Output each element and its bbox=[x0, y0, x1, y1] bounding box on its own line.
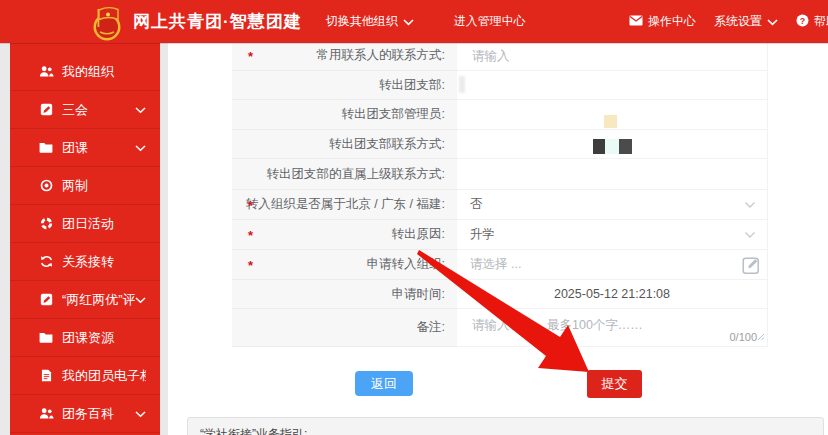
question-circle-icon: ? bbox=[796, 14, 809, 30]
guide-box: “学社衔接”业务指引: bbox=[187, 417, 824, 435]
envelope-icon bbox=[629, 15, 643, 29]
sidebar-item-relation-transfer[interactable]: 关系接转 bbox=[10, 243, 160, 281]
chevron-down-icon bbox=[744, 198, 756, 212]
field-label: 备注: bbox=[417, 319, 445, 336]
sidebar-item-label: 两制 bbox=[62, 177, 146, 195]
recycle-icon bbox=[38, 217, 54, 230]
folder-icon bbox=[38, 332, 54, 343]
help-label: 帮助 bbox=[814, 13, 828, 30]
sidebar-item-league-day-activity[interactable]: 团日活动 bbox=[10, 205, 160, 243]
required-marker: * bbox=[248, 49, 253, 64]
target-organization-picker[interactable]: 请选择 ... bbox=[457, 250, 768, 280]
action-center-link[interactable]: 操作中心 bbox=[629, 13, 696, 30]
sidebar-nav: 我的组织 三会 团课 两制 bbox=[10, 43, 160, 435]
chevron-down-icon bbox=[135, 406, 146, 421]
redacted-value bbox=[604, 115, 617, 128]
sidebar-item-label: 团务百科 bbox=[62, 405, 135, 423]
transfer-reason-select[interactable]: 升学 bbox=[457, 220, 768, 250]
form-row-out-branch-admin: 转出团支部管理员: bbox=[232, 100, 768, 130]
required-marker: * bbox=[248, 258, 253, 273]
form-row-remarks: 备注: 0/100 bbox=[232, 309, 768, 347]
sidebar-item-label: 团课 bbox=[62, 139, 135, 157]
chevron-down-icon bbox=[403, 15, 414, 29]
users-icon bbox=[38, 407, 54, 420]
chevron-down-icon bbox=[135, 292, 146, 307]
sidebar-item-label: “两红两优”评选 bbox=[62, 291, 135, 309]
form-row-contact-method: * 常用联系人的联系方式: bbox=[232, 41, 768, 71]
sidebar-item-league-wiki[interactable]: 团务百科 bbox=[10, 395, 160, 433]
svg-text:?: ? bbox=[800, 15, 806, 25]
sidebar-item-label: 团课资源 bbox=[62, 329, 146, 347]
sidebar-item-three-meetings[interactable]: 三会 bbox=[10, 91, 160, 129]
field-label: 转入组织是否属于北京 / 广东 / 福建: bbox=[246, 196, 445, 213]
top-header: 网上共青团·智慧团建 切换其他组织 进入管理中心 操作中心 系统设置 bbox=[0, 0, 828, 43]
system-settings-menu[interactable]: 系统设置 bbox=[714, 13, 778, 30]
sidebar-item-two-red-two-excellent[interactable]: “两红两优”评选 bbox=[10, 281, 160, 319]
sidebar-item-label: 我的组织 bbox=[62, 63, 146, 81]
enter-admin-label: 进入管理中心 bbox=[454, 13, 526, 30]
region-select[interactable]: 否 bbox=[457, 190, 768, 220]
form-row-apply-time: 申请时间: 2025-05-12 21:21:08 bbox=[232, 280, 768, 309]
enter-admin-link[interactable]: 进入管理中心 bbox=[454, 13, 526, 30]
league-emblem-logo bbox=[88, 5, 126, 43]
sync-icon bbox=[38, 255, 54, 268]
action-center-label: 操作中心 bbox=[648, 13, 696, 30]
redacted-value bbox=[593, 139, 605, 154]
target-icon bbox=[38, 179, 54, 192]
pencil-square-icon bbox=[38, 103, 54, 116]
form-row-out-branch: 转出团支部: bbox=[232, 71, 768, 100]
redacted-value bbox=[459, 76, 465, 93]
select-value: 升学 bbox=[470, 226, 495, 243]
form-row-transfer-reason: * 转出原因: 升学 bbox=[232, 220, 768, 250]
sidebar-item-label: 三会 bbox=[62, 101, 135, 119]
picker-placeholder: 请选择 ... bbox=[470, 256, 521, 273]
required-marker: * bbox=[248, 228, 253, 243]
chevron-down-icon bbox=[767, 15, 778, 29]
page: 网上共青团·智慧团建 切换其他组织 进入管理中心 操作中心 系统设置 bbox=[0, 0, 828, 435]
sidebar-item-label: 我的团员电子档案 bbox=[62, 367, 146, 385]
sidebar-item-label: 关系接转 bbox=[62, 253, 146, 271]
system-settings-label: 系统设置 bbox=[714, 13, 762, 30]
chevron-down-icon bbox=[744, 228, 756, 242]
field-label: 转出团支部联系方式: bbox=[329, 136, 445, 153]
char-counter: 0/100 bbox=[729, 331, 757, 343]
transfer-form: * 常用联系人的联系方式: 转出团支部: 转出团支部管理员: 转出团支部联系方式… bbox=[232, 40, 768, 347]
field-label: 转出团支部的直属上级联系方式: bbox=[267, 166, 445, 183]
form-row-superior-contact: 转出团支部的直属上级联系方式: bbox=[232, 159, 768, 190]
switch-org-menu[interactable]: 切换其他组织 bbox=[326, 13, 414, 30]
edit-icon[interactable] bbox=[742, 255, 761, 274]
form-row-target-organization: * 申请转入组织: 请选择 ... bbox=[232, 250, 768, 280]
form-row-region-select: * 转入组织是否属于北京 / 广东 / 福建: 否 bbox=[232, 190, 768, 220]
users-icon bbox=[38, 65, 54, 78]
field-label: 常用联系人的联系方式: bbox=[317, 47, 445, 64]
remarks-textarea[interactable] bbox=[470, 315, 747, 345]
field-label: 转出原因: bbox=[392, 226, 445, 243]
sidebar-item-member-e-archive[interactable]: 我的团员电子档案 bbox=[10, 357, 160, 395]
submit-button[interactable]: 提交 bbox=[587, 370, 642, 398]
document-icon bbox=[38, 369, 54, 382]
resize-handle-icon[interactable] bbox=[757, 330, 765, 344]
field-label: 申请时间: bbox=[392, 286, 445, 303]
form-row-out-branch-contact: 转出团支部联系方式: bbox=[232, 130, 768, 159]
sidebar-item-class-resources[interactable]: 团课资源 bbox=[10, 319, 160, 357]
switch-org-label: 切换其他组织 bbox=[326, 13, 398, 30]
back-button[interactable]: 返回 bbox=[355, 371, 413, 396]
brand-title: 网上共青团·智慧团建 bbox=[133, 10, 302, 33]
required-marker: * bbox=[248, 198, 253, 213]
select-value: 否 bbox=[470, 196, 483, 213]
contact-method-input[interactable] bbox=[470, 48, 741, 64]
guide-heading: “学社衔接”业务指引: bbox=[200, 427, 307, 435]
redacted-value bbox=[619, 139, 632, 154]
sidebar-item-two-systems[interactable]: 两制 bbox=[10, 167, 160, 205]
chevron-down-icon bbox=[135, 102, 146, 117]
field-label: 转出团支部管理员: bbox=[342, 106, 445, 123]
sidebar-item-label: 团日活动 bbox=[62, 215, 146, 233]
apply-time-value: 2025-05-12 21:21:08 bbox=[470, 287, 767, 301]
folder-icon bbox=[38, 142, 54, 153]
field-label: 申请转入组织: bbox=[367, 256, 445, 273]
pencil-square-icon bbox=[38, 293, 54, 306]
help-link[interactable]: ? 帮助 bbox=[796, 13, 828, 30]
sidebar-item-league-class[interactable]: 团课 bbox=[10, 129, 160, 167]
sidebar-item-my-organization[interactable]: 我的组织 bbox=[10, 53, 160, 91]
redacted-value bbox=[605, 139, 619, 154]
